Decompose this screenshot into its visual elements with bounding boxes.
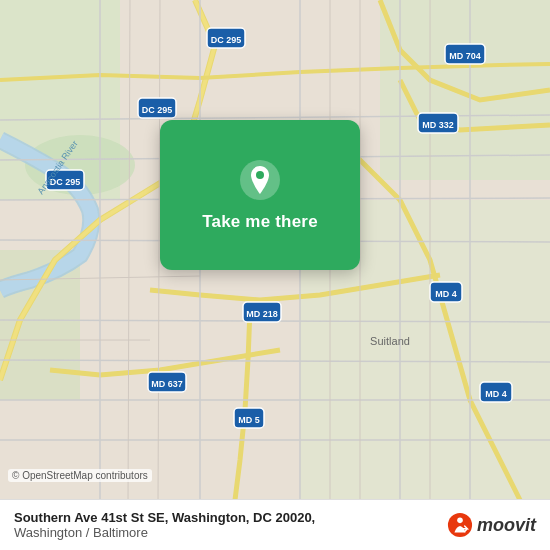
action-card[interactable]: Take me there — [160, 120, 360, 270]
svg-point-49 — [256, 171, 264, 179]
moovit-logo: moovit — [447, 512, 536, 538]
osm-attribution: © OpenStreetMap contributors — [8, 469, 152, 482]
take-me-there-button[interactable]: Take me there — [202, 212, 318, 232]
moovit-logo-text: moovit — [477, 515, 536, 536]
svg-text:DC 295: DC 295 — [142, 105, 173, 115]
address-line1: Southern Ave 41st St SE, Washington, DC … — [14, 510, 315, 525]
bottom-bar: Southern Ave 41st St SE, Washington, DC … — [0, 499, 550, 550]
svg-text:MD 4: MD 4 — [485, 389, 507, 399]
address-block: Southern Ave 41st St SE, Washington, DC … — [14, 510, 315, 540]
svg-point-51 — [457, 518, 463, 524]
svg-text:MD 704: MD 704 — [449, 51, 481, 61]
svg-point-50 — [448, 513, 472, 537]
svg-text:MD 218: MD 218 — [246, 309, 278, 319]
svg-text:MD 637: MD 637 — [151, 379, 183, 389]
map-svg: DC 295 DC 295 DC 295 MD 704 MD 332 MD 21… — [0, 0, 550, 550]
moovit-icon — [447, 512, 473, 538]
svg-text:MD 332: MD 332 — [422, 120, 454, 130]
svg-text:MD 4: MD 4 — [435, 289, 457, 299]
svg-text:MD 5: MD 5 — [238, 415, 260, 425]
location-pin-icon — [238, 158, 282, 202]
map-container: DC 295 DC 295 DC 295 MD 704 MD 332 MD 21… — [0, 0, 550, 550]
svg-text:Suitland: Suitland — [370, 335, 410, 347]
svg-text:DC 295: DC 295 — [211, 35, 242, 45]
address-line2: Washington / Baltimore — [14, 525, 315, 540]
